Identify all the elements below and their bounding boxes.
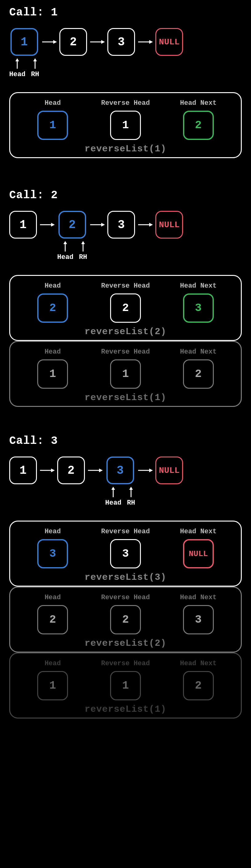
list-node: 3: [107, 28, 135, 56]
var-label: Head Next: [180, 594, 217, 601]
var-box: 1: [110, 671, 141, 700]
stack-frame: Head1 Reverse Head1 Head Next2 reverseLi…: [9, 653, 242, 718]
list-node: 3: [106, 457, 134, 484]
svg-marker-27: [129, 487, 133, 490]
var-box: 3: [37, 539, 68, 568]
var-box: 1: [110, 360, 141, 389]
var-label: Reverse Head: [101, 282, 150, 290]
var-box: 2: [183, 671, 214, 700]
frame-function: reverseList(1): [20, 704, 231, 714]
var-label: Head: [45, 594, 61, 601]
var-label: Head: [45, 282, 61, 290]
var-box: 3: [183, 293, 214, 323]
arrow-icon: [135, 457, 155, 484]
var-label: Head: [45, 99, 61, 107]
rh-pointer: RH: [31, 58, 39, 80]
svg-marker-29: [149, 468, 153, 472]
var-label: Reverse Head: [101, 99, 150, 107]
list-node: 3: [107, 211, 135, 239]
svg-marker-25: [111, 487, 115, 490]
call-section-2: Call: 2 1 2 Head RH 3 NULL Head2: [0, 183, 251, 413]
var-box: 2: [110, 605, 141, 634]
pointer-label: RH: [79, 253, 87, 261]
arrow-icon: [87, 211, 107, 239]
var-box: 1: [37, 360, 68, 389]
var-label: Head Next: [180, 348, 217, 356]
var-box: 1: [37, 111, 68, 140]
frame-function: reverseList(3): [20, 572, 231, 583]
svg-marker-13: [63, 241, 67, 244]
var-box: 2: [37, 605, 68, 634]
var-label: Reverse Head: [101, 660, 150, 667]
var-box: 1: [37, 671, 68, 700]
list-node: 1: [9, 211, 37, 239]
svg-marker-17: [101, 223, 105, 226]
svg-marker-11: [51, 223, 55, 226]
linked-list: 1 Head RH 2 3 NULL: [9, 28, 242, 80]
pointer-label: RH: [31, 70, 39, 78]
stack-frame: Head2 Reverse Head2 Head Next3 reverseLi…: [9, 587, 242, 653]
var-label: Reverse Head: [101, 348, 150, 356]
call-stack: Head3 Reverse Head3 Head NextNULL revers…: [9, 521, 242, 718]
list-node-null: NULL: [155, 28, 183, 56]
var-box: 3: [183, 605, 214, 634]
arrow-icon: [39, 28, 59, 56]
rh-pointer: RH: [127, 487, 135, 508]
arrow-icon: [87, 28, 107, 56]
var-label: Head: [45, 348, 61, 356]
arrow-icon: [85, 457, 105, 484]
svg-marker-19: [149, 223, 153, 226]
var-label: Head Next: [180, 282, 217, 290]
var-box: 2: [183, 111, 214, 140]
arrow-icon: [37, 457, 57, 484]
svg-marker-21: [51, 468, 55, 472]
pointer-label: RH: [127, 499, 135, 507]
var-label: Head: [45, 660, 61, 667]
var-label: Reverse Head: [101, 528, 150, 535]
list-node: 2: [59, 28, 87, 56]
call-title: Call: 3: [9, 435, 242, 447]
svg-marker-7: [101, 40, 105, 44]
linked-list: 1 2 Head RH 3 NULL: [9, 211, 242, 262]
list-node: 1: [10, 28, 38, 56]
head-pointer: Head: [105, 487, 121, 508]
frame-function: reverseList(1): [20, 393, 231, 403]
var-box: 2: [110, 293, 141, 323]
rh-pointer: RH: [79, 241, 87, 262]
var-label: Head: [45, 528, 61, 535]
call-stack: Head2 Reverse Head2 Head Next3 reverseLi…: [9, 275, 242, 407]
call-section-3: Call: 3 1 2 3 Head RH NULL Head3: [0, 429, 251, 725]
call-title: Call: 1: [9, 6, 242, 19]
svg-marker-9: [149, 40, 153, 44]
frame-function: reverseList(2): [20, 638, 231, 649]
head-pointer: Head: [9, 58, 26, 80]
var-box: 1: [110, 111, 141, 140]
var-box: 2: [183, 360, 214, 389]
frame-function: reverseList(1): [20, 144, 231, 154]
svg-marker-5: [53, 40, 57, 44]
head-pointer: Head: [57, 241, 73, 262]
stack-frame: Head1 Reverse Head1 Head Next2 reverseLi…: [9, 92, 242, 158]
list-node-null: NULL: [155, 211, 183, 239]
frame-function: reverseList(2): [20, 327, 231, 337]
linked-list: 1 2 3 Head RH NULL: [9, 457, 242, 508]
list-node: 2: [57, 457, 85, 484]
pointer-label: Head: [57, 253, 73, 261]
pointer-label: Head: [105, 499, 121, 507]
stack-frame: Head2 Reverse Head2 Head Next3 reverseLi…: [9, 275, 242, 341]
var-box: 3: [110, 539, 141, 568]
call-section-1: Call: 1 1 Head RH 2 3 NULL Head1: [0, 0, 251, 164]
stack-frame: Head1 Reverse Head1 Head Next2 reverseLi…: [9, 341, 242, 407]
stack-frame: Head3 Reverse Head3 Head NextNULL revers…: [9, 521, 242, 587]
arrow-icon: [135, 211, 155, 239]
svg-marker-15: [81, 241, 85, 244]
var-label: Head Next: [180, 99, 217, 107]
var-box: NULL: [183, 539, 214, 568]
var-label: Head Next: [180, 528, 217, 535]
arrow-icon: [37, 211, 57, 239]
arrow-icon: [135, 28, 155, 56]
list-node: 2: [59, 211, 86, 239]
list-node-null: NULL: [155, 457, 183, 484]
var-label: Head Next: [180, 660, 217, 667]
svg-marker-3: [33, 58, 37, 61]
